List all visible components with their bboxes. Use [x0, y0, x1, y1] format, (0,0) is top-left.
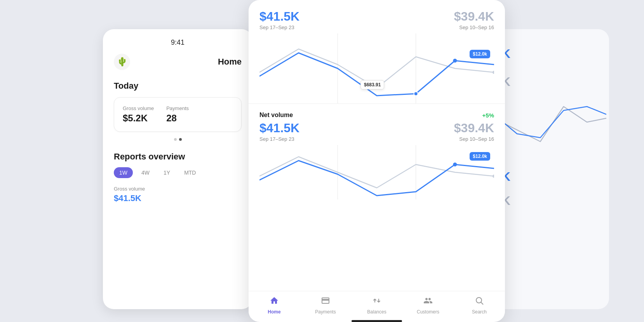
- home-icon: [270, 296, 279, 308]
- chart-secondary-value: $39.4K: [454, 9, 494, 24]
- net-chart-svg: [259, 145, 494, 200]
- chart-header: $41.5K Sep 17–Sep 23 $39.4K Sep 10–Sep 1…: [259, 9, 494, 30]
- svg-line-10: [481, 303, 484, 305]
- gross-volume-stat: Gross volume $5.2K: [123, 105, 154, 124]
- top-chart-svg: [259, 33, 494, 103]
- nav-item-search[interactable]: Search: [468, 296, 491, 315]
- net-vol-pct: +5%: [482, 112, 494, 119]
- gross-volume-label: Gross volume: [123, 105, 154, 111]
- brand-row: 🌵 Home: [114, 54, 242, 70]
- svg-point-9: [476, 298, 482, 303]
- net-vol-header: Net volume +5%: [259, 112, 494, 119]
- left-background-card: 9:41 🌵 Home Today Gross volume $5.2K Pay…: [103, 29, 252, 309]
- gross-vol-value: $41.5K: [114, 193, 242, 203]
- net-secondary-value: $39.4K: [454, 121, 494, 135]
- tooltip-blue-net: $12.0k: [470, 152, 490, 161]
- payments-label: Payments: [166, 105, 189, 111]
- payments-value: 28: [166, 113, 189, 124]
- nav-item-home[interactable]: Home: [263, 296, 286, 315]
- svg-point-7: [453, 163, 457, 166]
- nav-label-search: Search: [472, 309, 487, 315]
- today-section-title: Today: [114, 81, 242, 91]
- nav-item-payments[interactable]: Payments: [314, 296, 337, 315]
- gross-volume-value: $5.2K: [123, 113, 154, 124]
- net-chart-area: $12.0k: [259, 145, 494, 200]
- dot-2: [179, 138, 182, 141]
- chart-secondary-date: Sep 10–Sep 16: [454, 24, 494, 30]
- net-chart-header: $41.5K Sep 17–Sep 23 $39.4K Sep 10–Sep 1…: [259, 121, 494, 142]
- pagination-dots: [114, 138, 242, 141]
- svg-point-2: [453, 59, 457, 63]
- svg-point-4: [414, 92, 418, 96]
- home-indicator-bar: [352, 320, 402, 322]
- net-right-col: $39.4K Sep 10–Sep 16: [454, 121, 494, 142]
- tab-4w[interactable]: 4W: [136, 167, 155, 178]
- tab-1w[interactable]: 1W: [114, 167, 133, 178]
- net-main-value: $41.5K: [259, 121, 299, 135]
- tab-1y[interactable]: 1Y: [158, 167, 176, 178]
- chart-main-date: Sep 17–Sep 23: [259, 24, 299, 30]
- top-chart-area: $12.0k $683.91: [259, 33, 494, 103]
- nav-label-customers: Customers: [417, 309, 439, 315]
- brand-logo: 🌵: [114, 54, 130, 70]
- top-chart-section: $41.5K Sep 17–Sep 23 $39.4K Sep 10–Sep 1…: [249, 0, 505, 103]
- nav-label-payments: Payments: [315, 309, 336, 315]
- payments-icon: [321, 296, 330, 308]
- search-icon: [475, 296, 484, 308]
- svg-point-8: [493, 175, 494, 178]
- tooltip-gray-top: $683.91: [360, 80, 384, 89]
- chart-main-value: $41.5K: [259, 9, 299, 24]
- customers-icon: [423, 296, 433, 308]
- period-tabs: 1W 4W 1Y MTD: [114, 167, 242, 178]
- chart-right-col: $39.4K Sep 10–Sep 16: [454, 9, 494, 30]
- net-secondary-date: Sep 10–Sep 16: [454, 136, 494, 142]
- svg-point-3: [493, 71, 494, 74]
- net-vol-label: Net volume: [259, 112, 293, 119]
- tab-mtd[interactable]: MTD: [179, 167, 201, 178]
- nav-label-balances: Balances: [367, 309, 386, 315]
- main-card: $41.5K Sep 17–Sep 23 $39.4K Sep 10–Sep 1…: [249, 0, 505, 322]
- reports-section-title: Reports overview: [114, 152, 242, 162]
- nav-item-balances[interactable]: Balances: [365, 296, 388, 315]
- nav-label-home: Home: [268, 309, 280, 315]
- brand-title: Home: [218, 57, 242, 67]
- gross-vol-label: Gross volume: [114, 186, 242, 192]
- payments-stat: Payments 28: [166, 105, 189, 124]
- cactus-icon: 🌵: [117, 57, 127, 67]
- stats-card: Gross volume $5.2K Payments 28: [114, 97, 242, 132]
- net-volume-section: Net volume +5% $41.5K Sep 17–Sep 23 $39.…: [249, 104, 505, 200]
- dot-1: [174, 138, 177, 141]
- bottom-nav: Home Payments Balances Customers Search: [249, 291, 505, 318]
- nav-item-customers[interactable]: Customers: [416, 296, 440, 315]
- balances-icon: [372, 296, 381, 308]
- net-main-date: Sep 17–Sep 23: [259, 136, 299, 142]
- net-left-col: $41.5K Sep 17–Sep 23: [259, 121, 299, 142]
- status-time: 9:41: [114, 38, 242, 47]
- chart-left-col: $41.5K Sep 17–Sep 23: [259, 9, 299, 30]
- tooltip-blue-top: $12.0k: [470, 50, 490, 58]
